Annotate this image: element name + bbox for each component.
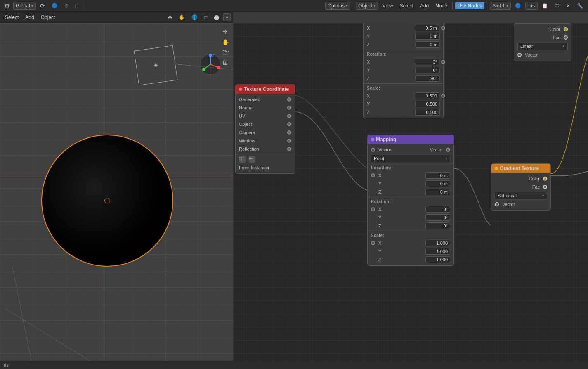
gradient-fac-row: Fac [491,183,550,191]
viewport-overlay-icon[interactable]: □ [202,14,210,21]
object-menu-label: Object [41,14,55,20]
slot-dropdown[interactable]: Slot 1 ▾ [490,2,511,10]
gradient-type-label: Spherical [498,193,517,198]
select-tool-btn[interactable]: Select [2,14,21,21]
mapping-rz-row: Z 0° [368,222,453,230]
viewport-more-dropdown[interactable]: ▾ [223,13,231,21]
viewport-bottom-bar: Iris [0,361,233,369]
rot-x-value[interactable]: 0° [415,59,439,65]
snapping-icon[interactable]: 🔵 [49,2,60,9]
mapping-rx-socket [371,207,375,211]
mapping-sz-value[interactable]: 1.000 [425,256,450,263]
mapping-rx-value[interactable]: 0° [425,206,450,213]
node-editor-bottom [233,361,588,369]
mapping-divider1 [368,163,453,163]
mapping-sy-value[interactable]: 1.000 [425,248,450,255]
loc-z-value[interactable]: 0 m [415,41,440,48]
mapping-rz-value[interactable]: 0° [425,222,450,229]
camera-icon-btn[interactable]: 🎬 [221,48,230,57]
node-btn[interactable]: Node [433,2,450,9]
grab-icon[interactable]: ✋ [176,14,187,21]
grid-icon-btn[interactable]: ⊞ [2,2,12,9]
scale-z-value[interactable]: 0.500 [415,109,440,116]
scale-x-label: X [367,93,413,98]
generated-socket [287,97,291,102]
hand-icon-btn[interactable]: ✋ [221,38,230,47]
mapping-location-title: Location: [368,164,453,171]
select-tool-label: Select [5,14,19,20]
mapping-dot [371,138,374,141]
mapping-sy-row: Y 1.000 [368,247,453,255]
scale-x-value[interactable]: 0.500 [415,92,439,99]
scale-y-value[interactable]: 0.500 [415,101,440,107]
mapping-vector-out-socket [446,148,450,152]
add-btn[interactable]: Add [418,2,431,9]
options-dropdown[interactable]: Options ▾ [325,2,350,10]
rect-object: ✦ [134,45,178,85]
save-icon[interactable]: 🛡 [552,2,562,9]
loc-y-value[interactable]: 0 m [415,33,440,40]
sphere-object[interactable] [41,135,173,267]
add-icon-btn[interactable]: ✛ [221,27,230,36]
loc-x-value[interactable]: 0.5 m [415,25,439,31]
mapping-lz-row: Z 0 m [368,188,453,196]
chevron-slot: ▾ [506,4,508,8]
sphere-icon[interactable]: 🔵 [512,2,524,9]
mapping-ry-row: Y 0° [368,213,453,222]
texcoord-icon1[interactable]: □ [239,156,246,163]
copy-icon[interactable]: 📋 [539,2,550,9]
rot-x-socket [441,60,445,64]
mapping-type-dropdown[interactable]: Point ▾ [371,155,450,162]
use-nodes-btn[interactable]: Use Nodes [455,2,484,9]
pivot-icon[interactable]: ⟳ [38,2,47,10]
settings-icon[interactable]: 🔧 [574,2,586,9]
add-object-btn[interactable]: Add [23,14,36,21]
mapping-lx-label: X [378,173,424,178]
global-dropdown[interactable]: Global ▾ [13,2,36,10]
close-icon[interactable]: ✕ [564,2,573,9]
camera-socket [287,130,291,135]
sep3 [452,2,453,9]
window-label: Window [239,138,286,143]
texcoord-icon2[interactable]: ✏ [249,156,255,163]
mapping-rx-label: X [378,207,424,212]
proportional-icon[interactable]: ⊙ [62,2,71,9]
mapping-vector-in-socket [371,148,375,152]
location-x-row: X 0.5 m [364,24,443,32]
select-btn[interactable]: Select [397,2,416,9]
gradient-title: Gradient Texture [500,166,539,171]
gradient-color-label: Color [495,176,540,181]
object-dropdown[interactable]: Object ▾ [356,2,378,10]
viewport-render-icon[interactable]: ⬤ [211,14,222,21]
svg-point-11 [202,68,205,71]
node-area: Location: X 0.5 m Y 0 m Z 0 m Rotation: … [233,23,588,369]
generated-label: Generated [239,97,286,102]
gradient-type-dropdown[interactable]: Spherical ▾ [495,192,547,199]
grid-view-btn[interactable]: ⊞ [221,58,230,67]
mapping-lx-socket [371,173,375,177]
mapping-ry-value[interactable]: 0° [425,214,450,221]
rot-y-value[interactable]: 0° [415,67,440,73]
mapping-lx-value[interactable]: 0 m [425,172,450,179]
cursor-icon[interactable]: ⊕ [165,14,175,21]
mapping-sx-value[interactable]: 1.000 [425,240,450,246]
mapping-lz-value[interactable]: 0 m [425,189,450,195]
axis-gizmo-svg: Z [198,52,223,77]
uv-label: UV [239,114,286,118]
chevron-options: ▾ [346,4,348,8]
mapping-vector-in-row: Vector Vector [368,146,453,154]
material-name-field[interactable]: Iris [525,2,538,10]
color-right-row: Color [514,25,571,33]
mapping-node: Mapping Vector Vector Point ▾ Location: … [367,135,454,266]
mapping-ly-value[interactable]: 0 m [425,180,450,187]
rot-z-value[interactable]: 90° [415,75,440,82]
sphere-center-dot [104,198,110,203]
viewport-shading-icon[interactable]: 🌐 [189,14,200,21]
mapping-rx-row: X 0° [368,205,453,213]
view-btn[interactable]: View [380,2,396,9]
object-menu-btn[interactable]: Object [38,14,58,21]
fac-right-label: Fac [517,35,560,40]
normal-label: Normal [239,105,286,110]
linear-dropdown[interactable]: Linear ▾ [517,43,568,50]
mesh-icon[interactable]: □ [73,2,80,9]
